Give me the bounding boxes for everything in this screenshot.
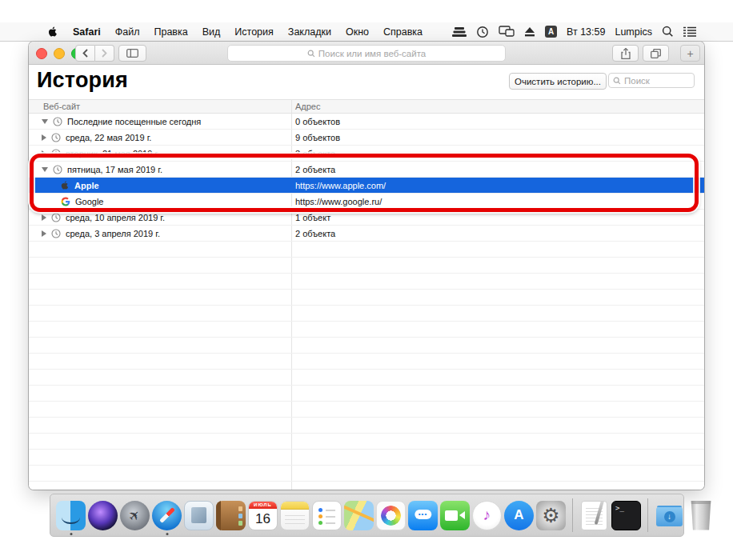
textedit-dock-icon[interactable] <box>581 501 607 530</box>
dock-separator <box>572 498 573 532</box>
history-row[interactable]: среда, 10 апреля 2019 г.1 объект <box>29 210 704 226</box>
menu-bar: SafariФайлПравкаВидИсторияЗакладкиОкноСп… <box>0 22 733 42</box>
address-bar[interactable]: Поиск или имя веб-сайта <box>227 45 506 62</box>
address-placeholder: Поиск или имя веб-сайта <box>318 49 426 58</box>
address-label: 1 объект <box>291 213 704 222</box>
clock-icon <box>51 133 61 142</box>
clock-icon <box>51 229 61 238</box>
menu-user[interactable]: Lumpics <box>615 26 652 38</box>
downloads-dock-icon[interactable] <box>655 501 684 530</box>
back-button[interactable] <box>75 45 95 62</box>
history-search-field[interactable]: Поиск <box>608 73 695 88</box>
search-icon <box>307 50 315 58</box>
menu-item-правка[interactable]: Правка <box>154 26 187 38</box>
column-header-address[interactable]: Адрес <box>291 102 321 111</box>
photos-dock-icon[interactable] <box>376 501 406 530</box>
calendar-dock-icon[interactable]: ИЮЛЬ16 <box>248 501 278 530</box>
reminders-dock-icon[interactable] <box>312 501 342 530</box>
menu-item-справка[interactable]: Справка <box>383 26 423 38</box>
menu-clock[interactable]: Вт 13:59 <box>567 26 605 38</box>
history-row[interactable]: среда, 3 апреля 2019 г.2 объекта <box>29 226 704 242</box>
dock: ИЮЛЬ16 <box>50 494 684 537</box>
calendar-month-label: ИЮЛЬ <box>249 502 277 509</box>
menu-item-safari[interactable]: Safari <box>73 26 101 38</box>
launchpad-dock-icon[interactable] <box>120 501 150 530</box>
address-label: 0 объектов <box>291 117 704 126</box>
history-search-placeholder: Поиск <box>624 76 650 86</box>
spotlight-search-icon[interactable] <box>662 26 674 38</box>
dock-items: ИЮЛЬ16 <box>50 494 683 536</box>
address-label: 2 объекта <box>291 229 704 238</box>
column-header-website[interactable]: Веб-сайт <box>29 102 291 111</box>
sysprefs-dock-icon[interactable] <box>536 501 566 530</box>
history-page: История Очистить историю... Поиск Веб-са… <box>29 65 704 490</box>
site-label: среда, 10 апреля 2019 г. <box>66 213 165 222</box>
facetime-dock-icon[interactable] <box>440 501 470 530</box>
calendar-day-label: 16 <box>249 509 277 529</box>
site-label: среда, 22 мая 2019 г. <box>66 133 151 142</box>
close-window-button[interactable] <box>36 48 47 59</box>
maps-dock-icon[interactable] <box>344 501 374 530</box>
window-titlebar[interactable]: Поиск или имя веб-сайта + <box>29 42 704 65</box>
stack-icon[interactable] <box>452 26 467 38</box>
input-source-icon[interactable]: А <box>545 26 557 38</box>
expand-triangle-icon[interactable] <box>42 214 46 221</box>
site-label: Последние посещенные сегодня <box>67 117 201 126</box>
safari-window: Поиск или имя веб-сайта + История Очисти… <box>29 42 704 490</box>
appstore-dock-icon[interactable] <box>504 501 534 530</box>
expand-triangle-icon[interactable] <box>42 230 46 237</box>
contacts-dock-icon[interactable] <box>216 501 246 530</box>
time-machine-icon[interactable] <box>476 26 489 38</box>
notification-center-icon[interactable] <box>683 26 696 37</box>
mail-dock-icon[interactable] <box>184 501 214 530</box>
terminal-dock-icon[interactable] <box>611 501 641 530</box>
search-icon <box>613 77 621 85</box>
clock-icon <box>51 213 61 222</box>
minimize-window-button[interactable] <box>54 48 65 59</box>
collapse-triangle-icon[interactable] <box>42 119 48 124</box>
share-button[interactable] <box>612 45 639 62</box>
empty-rows <box>29 242 704 490</box>
annotation-highlight <box>30 154 699 212</box>
table-header: Веб-сайт Адрес <box>29 99 704 114</box>
clear-history-button[interactable]: Очистить историю... <box>509 73 607 90</box>
menu-item-история[interactable]: История <box>234 26 273 38</box>
menu-item-вид[interactable]: Вид <box>202 26 221 38</box>
messages-dock-icon[interactable] <box>408 501 438 530</box>
running-indicator <box>70 533 72 535</box>
menu-item-закладки[interactable]: Закладки <box>288 26 331 38</box>
sidebar-toggle-button[interactable] <box>118 45 146 62</box>
finder-dock-icon[interactable] <box>56 501 86 530</box>
menu-items: SafariФайлПравкаВидИсторияЗакладкиОкноСп… <box>73 26 423 38</box>
clock-icon <box>53 117 62 126</box>
displays-icon[interactable] <box>499 26 515 38</box>
safari-dock-icon[interactable] <box>152 501 182 530</box>
new-tab-button[interactable]: + <box>680 45 700 62</box>
forward-button[interactable] <box>95 45 114 62</box>
page-title: История <box>37 68 128 93</box>
eject-icon[interactable] <box>524 26 535 37</box>
expand-triangle-icon[interactable] <box>42 134 46 141</box>
address-label: 9 объектов <box>291 133 704 142</box>
site-label: среда, 3 апреля 2019 г. <box>66 229 160 238</box>
history-row[interactable]: Последние посещенные сегодня0 объектов <box>29 114 704 130</box>
apple-menu-icon[interactable] <box>48 26 58 38</box>
itunes-dock-icon[interactable] <box>472 501 502 530</box>
notes-dock-icon[interactable] <box>280 501 310 530</box>
desktop: SafariФайлПравкаВидИсторияЗакладкиОкноСп… <box>0 0 733 560</box>
trash-dock-icon[interactable] <box>690 501 712 530</box>
siri-dock-icon[interactable] <box>88 501 118 530</box>
tab-overview-button[interactable] <box>643 45 669 62</box>
history-row[interactable]: среда, 22 мая 2019 г.9 объектов <box>29 130 704 146</box>
menu-item-окно[interactable]: Окно <box>346 26 369 38</box>
running-indicator <box>166 533 168 535</box>
dock-separator <box>647 498 648 532</box>
menu-item-файл[interactable]: Файл <box>115 26 140 38</box>
